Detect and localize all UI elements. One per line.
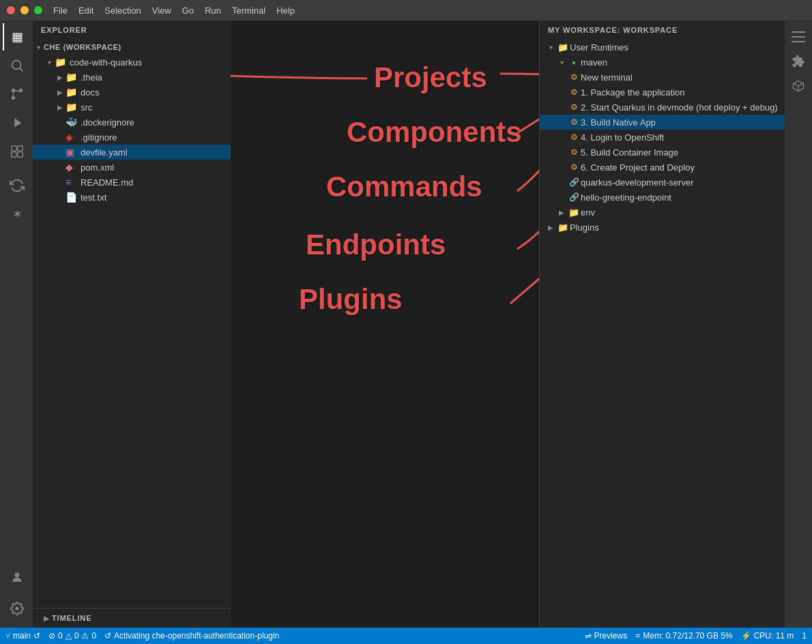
native-label: 3. Build Native App — [581, 117, 656, 128]
env-label: env — [581, 207, 595, 218]
dockerignore-label: .dockerignore — [81, 117, 134, 128]
timeline-header[interactable]: ▶ TIMELINE — [33, 611, 231, 625]
tree-item-dockerignore[interactable]: 🐳 .dockerignore — [33, 115, 231, 130]
cmd-build-container[interactable]: ⚙ 5. Build Container Image — [540, 145, 785, 160]
mem-status[interactable]: = Mem: 0.72/12.70 GB 5% — [635, 631, 732, 641]
right-menu-icon[interactable] — [787, 26, 809, 48]
theia-label: .theia — [81, 72, 102, 83]
devfile-icon: ▣ — [66, 147, 78, 158]
svg-rect-9 — [12, 152, 16, 157]
test-label: test.txt — [81, 192, 106, 203]
devfile-label: devfile.yaml — [81, 147, 128, 158]
workspace-root[interactable]: ▾ CHE (WORKSPACE) — [33, 40, 231, 55]
branch-icon: ⑂ — [5, 631, 10, 641]
extensions-activity-icon[interactable] — [3, 138, 30, 165]
theia-folder-icon: 📁 — [66, 72, 78, 83]
tree-item-docs[interactable]: ▶ 📁 docs — [33, 85, 231, 100]
source-control-activity-icon[interactable] — [3, 80, 30, 108]
sidebar-header: Explorer — [33, 20, 231, 40]
endpoint-greeting[interactable]: 🔗 hello-greeting-endpoint — [540, 190, 785, 205]
notifications-status[interactable]: 1 — [802, 631, 807, 641]
root-arrow: ▾ — [44, 59, 55, 66]
svg-rect-12 — [792, 31, 805, 33]
tree-item-test[interactable]: 📄 test.txt — [33, 190, 231, 205]
errors-status[interactable]: ⊘ 0 △ 0 ⚠ 0 — [48, 631, 96, 641]
workspace-panel-header: MY WORKSPACE: WORKSPACE — [540, 20, 785, 40]
activation-status: ↺ Activating che-openshift-authenticatio… — [104, 631, 279, 641]
env-folder-icon: 📁 — [567, 207, 581, 218]
cmd-native-app[interactable]: ⚙ 3. Build Native App — [540, 115, 785, 130]
folder-ws-icon: 📁 — [556, 42, 570, 53]
env-section[interactable]: ▶ 📁 env — [540, 205, 785, 220]
timeline-arrow: ▶ — [41, 615, 52, 622]
cmd-package[interactable]: ⚙ 1. Package the application — [540, 85, 785, 100]
greeting-label: hello-greeting-endpoint — [581, 192, 671, 203]
branch-status[interactable]: ⑂ main ↺ — [5, 631, 40, 641]
sync-icon: ↺ — [33, 631, 40, 641]
settings-activity-icon[interactable] — [3, 595, 30, 622]
tree-item-gitignore[interactable]: ◈ .gitignore — [33, 130, 231, 145]
endpoint-quarkus-server[interactable]: 🔗 quarkus-development-server — [540, 175, 785, 190]
tree-item-theia[interactable]: ▶ 📁 .theia — [33, 70, 231, 85]
explorer-activity-icon[interactable]: ▦ — [3, 23, 30, 50]
menu-help[interactable]: Help — [276, 5, 295, 16]
right-cube-icon[interactable] — [787, 75, 809, 97]
content-area: Projects Components Commands Endpoints P… — [231, 20, 539, 628]
container-label: 5. Build Container Image — [581, 147, 678, 158]
maven-label: maven — [581, 57, 607, 68]
plugins-section[interactable]: ▶ 📁 Plugins — [540, 220, 785, 235]
root-folder-label: code-with-quarkus — [70, 57, 142, 68]
menu-selection[interactable]: Selection — [104, 5, 141, 16]
menu-run[interactable]: Run — [205, 5, 221, 16]
plugins-annotation: Plugins — [299, 283, 403, 316]
components-annotation: Components — [347, 116, 522, 149]
tree-item-devfile[interactable]: ▣ devfile.yaml — [33, 145, 231, 160]
user-runtimes-arrow: ▾ — [545, 44, 556, 51]
dockerignore-icon: 🐳 — [66, 117, 78, 128]
timeline-label: TIMELINE — [52, 614, 91, 622]
search-activity-icon[interactable] — [3, 52, 30, 79]
warning-icon: △ — [66, 631, 72, 641]
container-cmd-icon: ⚙ — [567, 147, 581, 157]
maven-runtime[interactable]: ▾ ● maven — [540, 55, 785, 70]
cmd-quarkus-devmode[interactable]: ⚙ 2. Start Quarkus in devmode (hot deplo… — [540, 100, 785, 115]
status-bar: ⑂ main ↺ ⊘ 0 △ 0 ⚠ 0 ↺ Activating che-op… — [0, 628, 812, 644]
menu-terminal[interactable]: Terminal — [232, 5, 265, 16]
new-terminal-label: New terminal — [581, 72, 633, 83]
menu-view[interactable]: View — [152, 5, 171, 16]
cpu-status[interactable]: ⚡ CPU: 11 m — [741, 631, 794, 641]
user-runtimes-section[interactable]: ▾ 📁 User Runtimes — [540, 40, 785, 55]
pom-icon: ◆ — [66, 162, 78, 173]
notifications-count: 1 — [802, 631, 807, 641]
root-folder[interactable]: ▾ 📁 code-with-quarkus — [33, 55, 231, 70]
previews-status[interactable]: ⇌ Previews — [585, 631, 628, 641]
new-terminal-item[interactable]: ⚙ New terminal — [540, 70, 785, 85]
quarkus-link-icon: 🔗 — [567, 177, 581, 187]
mem-icon: = — [635, 631, 640, 641]
endpoints-annotation: Endpoints — [306, 229, 446, 261]
sync-activity-icon[interactable] — [3, 172, 30, 199]
devmode-label: 2. Start Quarkus in devmode (hot deploy … — [581, 102, 778, 113]
theia-arrow: ▶ — [55, 74, 66, 81]
error-count: 0 — [58, 631, 63, 641]
tree-item-src[interactable]: ▶ 📁 src — [33, 100, 231, 115]
native-cmd-icon: ⚙ — [567, 117, 581, 127]
tree-item-readme[interactable]: ≡ README.md — [33, 175, 231, 190]
svg-point-2 — [12, 96, 16, 100]
plugin2-activity-icon[interactable]: ✶ — [3, 201, 30, 228]
account-activity-icon[interactable] — [3, 564, 30, 591]
minimize-dot[interactable] — [20, 6, 29, 14]
tree-item-pom[interactable]: ◆ pom.xml — [33, 160, 231, 175]
cmd-login-openshift[interactable]: ⚙ 4. Login to OpenShift — [540, 130, 785, 145]
workspace-label: CHE (WORKSPACE) — [44, 43, 121, 51]
close-dot[interactable] — [7, 6, 15, 14]
maximize-dot[interactable] — [34, 6, 42, 14]
menu-edit[interactable]: Edit — [78, 5, 93, 16]
folder-icon: 📁 — [55, 57, 67, 68]
greeting-link-icon: 🔗 — [567, 192, 581, 202]
cmd-create-project[interactable]: ⚙ 6. Create Project and Deploy — [540, 160, 785, 175]
right-plugin-icon[interactable] — [787, 50, 809, 72]
menu-file[interactable]: File — [53, 5, 68, 16]
menu-go[interactable]: Go — [182, 5, 194, 16]
debug-activity-icon[interactable] — [3, 109, 30, 136]
